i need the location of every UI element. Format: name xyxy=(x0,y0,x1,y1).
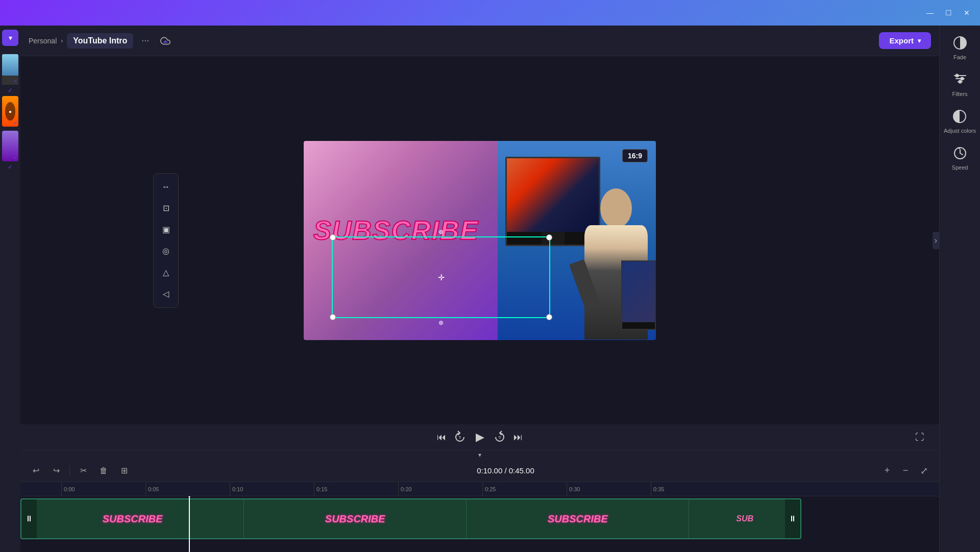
right-sidebar: Fade Filters Adjust colors xyxy=(939,26,980,552)
flip-tool[interactable]: △ xyxy=(157,263,175,282)
side-monitor xyxy=(621,260,656,330)
minimize-button[interactable]: — xyxy=(925,8,935,18)
left-sidebar: ▾ ✓ ● ✓ xyxy=(0,26,20,552)
filters-label: Filters xyxy=(952,91,968,97)
play-button[interactable]: ▶ xyxy=(469,426,491,448)
mirror-tool[interactable]: ◁ xyxy=(157,285,175,303)
video-track[interactable]: ⏸ SUBSCRIBE SUBSCRIBE SUBSCRIBE SUB ⏸ xyxy=(20,498,801,539)
display-tool[interactable]: ▣ xyxy=(157,221,175,239)
top-center-handle[interactable]: ⊕ xyxy=(438,228,444,235)
track-end-indicator[interactable]: ⏸ xyxy=(785,499,800,538)
center-handle[interactable]: ✛ xyxy=(438,272,445,282)
forward-5s-button[interactable]: 5 xyxy=(491,428,509,446)
timeline-toggle[interactable]: ▾ xyxy=(20,450,939,460)
checkmark-3: ✓ xyxy=(8,163,13,171)
separator-1 xyxy=(69,466,70,476)
timeline-section: ▾ ↩ ↪ ✂ 🗑 ⊞ 0:10.00 / 0:45.00 + − ⤢ xyxy=(20,450,939,552)
adjust-colors-icon xyxy=(950,107,969,126)
ruler-mark-15: 0:15 xyxy=(314,482,398,496)
speed-tool[interactable]: Speed xyxy=(951,144,969,171)
breadcrumb-personal[interactable]: Personal xyxy=(29,37,57,45)
fullscreen-button[interactable]: ⛶ xyxy=(911,428,929,446)
ruler-mark-0: 0:00 xyxy=(61,482,145,496)
undo-button[interactable]: ↩ xyxy=(29,464,43,478)
export-arrow: ▾ xyxy=(918,37,921,44)
resize-tool[interactable]: ↔ xyxy=(157,178,175,196)
zoom-in-button[interactable]: + xyxy=(880,464,894,478)
media-thumbnail-2[interactable]: ● xyxy=(2,96,18,127)
crop-tool[interactable]: ⊡ xyxy=(157,199,175,218)
add-clip-button[interactable]: ⊞ xyxy=(117,464,131,478)
checkmark-1: ✓ xyxy=(8,87,13,94)
selection-overlay: ✛ ⊕ ⊕ xyxy=(332,236,550,318)
export-label: Export xyxy=(889,36,914,45)
close-button[interactable]: ✕ xyxy=(962,8,972,18)
project-name[interactable]: YouTube Intro xyxy=(67,33,133,49)
fade-icon xyxy=(951,34,969,52)
redo-button[interactable]: ↪ xyxy=(49,464,63,478)
export-button[interactable]: Export ▾ xyxy=(879,32,931,49)
svg-text:5: 5 xyxy=(499,435,501,440)
filters-icon xyxy=(951,70,969,89)
chevron-down-icon: ▾ xyxy=(9,34,12,42)
filters-tool[interactable]: Filters xyxy=(951,70,969,97)
ruler-mark-20: 0:20 xyxy=(398,482,482,496)
ruler-mark-10: 0:10 xyxy=(230,482,314,496)
track-content: ⏸ SUBSCRIBE SUBSCRIBE SUBSCRIBE SUB ⏸ xyxy=(20,496,939,552)
svg-text:5: 5 xyxy=(459,435,461,440)
ruler-mark-35: 0:35 xyxy=(651,482,735,496)
center-area: Personal › YouTube Intro ··· Export ▾ ↔ xyxy=(20,26,939,552)
track-thumb-4: SUB xyxy=(689,499,800,538)
fade-tool[interactable]: Fade xyxy=(951,34,969,60)
cloud-sync-button[interactable] xyxy=(157,33,174,49)
svg-point-5 xyxy=(961,78,963,80)
header-bar: Personal › YouTube Intro ··· Export ▾ xyxy=(20,26,939,56)
handle-top-right[interactable] xyxy=(546,234,552,241)
timecode-display: 0:10.00 / 0:45.00 xyxy=(137,466,874,475)
ruler-marks: 0:00 0:05 0:10 0:15 0:20 0:25 0:30 0:35 xyxy=(61,482,939,496)
timeline-toolbar: ↩ ↪ ✂ 🗑 ⊞ 0:10.00 / 0:45.00 + − ⤢ xyxy=(20,460,939,482)
zoom-controls: + − ⤢ xyxy=(880,464,931,478)
track-thumb-3: SUBSCRIBE xyxy=(467,499,689,538)
transform-tool[interactable]: ◎ xyxy=(157,242,175,260)
timeline-toggle-icon: ▾ xyxy=(478,451,481,459)
preview-area: ↔ ⊡ ▣ ◎ △ ◁ SUBSCRIBE xyxy=(20,56,939,424)
svg-point-6 xyxy=(959,81,961,83)
timeline-ruler[interactable]: 0:00 0:05 0:10 0:15 0:20 0:25 0:30 0:35 xyxy=(20,482,939,496)
playhead-head xyxy=(186,496,193,497)
title-bar: — ☐ ✕ xyxy=(0,0,980,26)
skip-to-end-button[interactable]: ⏭ xyxy=(509,428,527,446)
tool-panel: ↔ ⊡ ▣ ◎ △ ◁ xyxy=(153,173,179,308)
fit-timeline-button[interactable]: ⤢ xyxy=(917,464,931,478)
collapse-button[interactable]: ▾ xyxy=(2,30,18,46)
project-menu-button[interactable]: ··· xyxy=(137,33,153,48)
handle-bottom-right[interactable] xyxy=(546,314,552,320)
playback-controls: ⏮ 5 ▶ 5 ⏭ ⛶ xyxy=(20,424,939,450)
svg-point-4 xyxy=(955,75,958,77)
skip-to-start-button[interactable]: ⏮ xyxy=(432,428,451,446)
media-thumbnail-1[interactable] xyxy=(2,54,18,85)
speed-icon xyxy=(951,144,969,162)
delete-button[interactable]: 🗑 xyxy=(96,464,111,478)
handle-bottom-left[interactable] xyxy=(330,314,336,320)
handle-top-left[interactable] xyxy=(330,234,336,241)
aspect-ratio-badge[interactable]: 16:9 xyxy=(622,149,648,162)
speed-label: Speed xyxy=(952,164,968,171)
ruler-mark-5: 0:05 xyxy=(145,482,230,496)
main-container: ▾ ✓ ● ✓ Personal › YouTube Intro ··· xyxy=(0,26,980,552)
rewind-5s-button[interactable]: 5 xyxy=(451,428,469,446)
track-thumb-1: SUBSCRIBE xyxy=(21,499,244,538)
video-preview: SUBSCRIBE xyxy=(304,141,656,340)
zoom-out-button[interactable]: − xyxy=(898,464,913,478)
bottom-center-handle[interactable]: ⊕ xyxy=(438,319,444,326)
maximize-button[interactable]: ☐ xyxy=(943,8,953,18)
adjust-colors-tool[interactable]: Adjust colors xyxy=(944,107,976,134)
cut-button[interactable]: ✂ xyxy=(76,464,90,478)
media-thumbnail-3[interactable] xyxy=(2,131,18,161)
ruler-mark-25: 0:25 xyxy=(482,482,567,496)
track-area: ⏸ SUBSCRIBE SUBSCRIBE SUBSCRIBE SUB ⏸ xyxy=(20,496,939,552)
timeline-body: 0:00 0:05 0:10 0:15 0:20 0:25 0:30 0:35 xyxy=(20,482,939,552)
track-start-indicator[interactable]: ⏸ xyxy=(21,499,37,538)
ruler-mark-30: 0:30 xyxy=(567,482,651,496)
right-collapse-button[interactable]: › xyxy=(933,232,939,249)
